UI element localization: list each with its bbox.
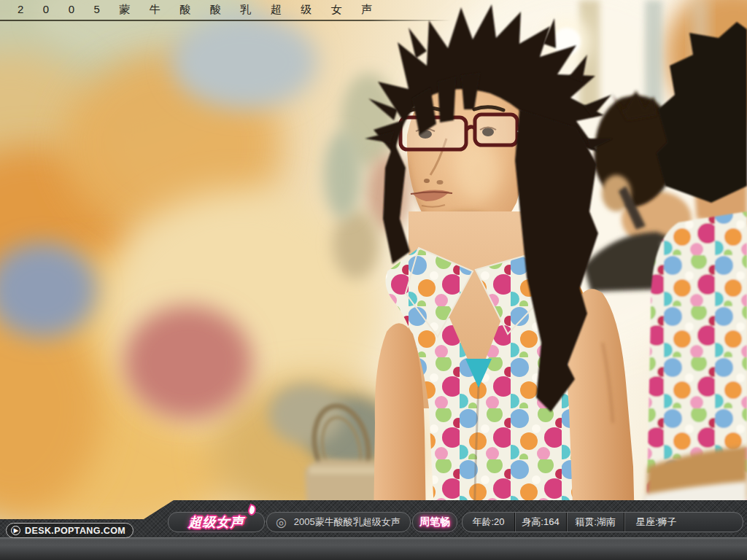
site-badge: ▶ DESK.POPTANG.COM: [6, 523, 133, 538]
photo-illustration: [0, 0, 747, 525]
contestant-name: 周笔畅: [419, 516, 450, 529]
super-girl-logo: 超级女声: [189, 513, 244, 531]
wallpaper-photo: [0, 0, 747, 560]
event-label: 2005蒙牛酸酸乳超级女声: [294, 516, 400, 529]
stat-origin: 籍贯:湖南: [566, 513, 624, 532]
site-badge-label: DESK.POPTANG.COM: [25, 526, 125, 536]
contestant-stats-box: 年龄:20 身高:164 籍贯:湖南 星座:狮子: [462, 512, 743, 532]
stat-height: 身高:164: [514, 513, 566, 532]
stat-zodiac: 星座:狮子: [624, 513, 743, 532]
contestant-name-box: 周笔畅: [412, 512, 457, 532]
record-icon: ◎: [276, 516, 287, 529]
title-bar: 2005蒙牛酸酸乳超级女声: [0, 0, 747, 23]
title-underline: [0, 20, 451, 21]
play-icon: ▶: [11, 526, 20, 535]
wallpaper-title: 2005蒙牛酸酸乳超级女声: [18, 3, 392, 17]
stat-age: 年龄:20: [462, 513, 514, 532]
bottom-glossy-strip: [0, 537, 747, 560]
wallpaper-screen: 2005蒙牛酸酸乳超级女声 ▶ DESK.POPTANG.COM 超级女声 ◎ …: [0, 0, 747, 560]
event-box: ◎ 2005蒙牛酸酸乳超级女声: [266, 512, 411, 532]
